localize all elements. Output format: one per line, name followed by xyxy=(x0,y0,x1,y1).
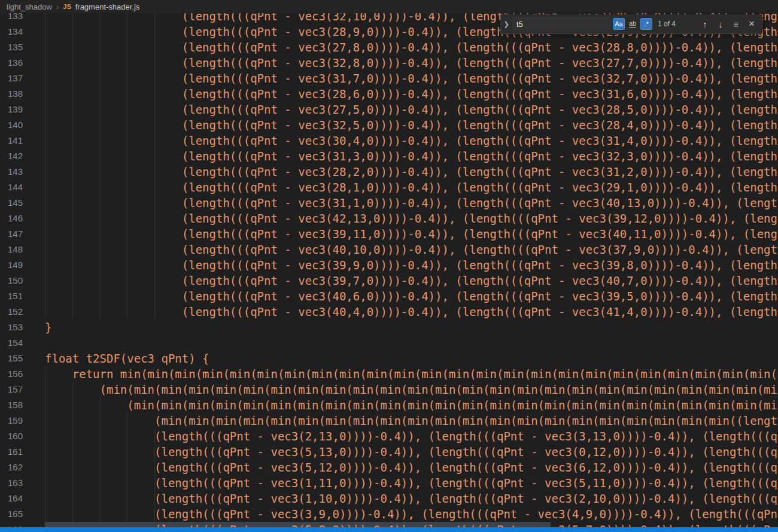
code-line[interactable]: 142 (length(((qPnt - vec3(31,3,0))))-0.4… xyxy=(0,148,778,164)
code-line[interactable]: 157 (min(min(min(min(min(min(min(min(min… xyxy=(0,382,778,397)
code-text[interactable]: (length(((qPnt - vec3(39,9,0))))-0.4)), … xyxy=(45,257,778,273)
code-line[interactable]: 147 (length(((qPnt - vec3(39,11,0))))-0.… xyxy=(0,226,778,242)
code-line[interactable]: 144 (length(((qPnt - vec3(28,1,0))))-0.4… xyxy=(0,180,778,195)
line-number: 150 xyxy=(0,273,23,288)
line-number: 136 xyxy=(0,55,23,71)
breadcrumb-folder[interactable]: light_shadow xyxy=(7,2,52,11)
line-number: 144 xyxy=(0,180,23,195)
code-line[interactable]: 161 (length(((qPnt - vec3(5,13,0))))-0.4… xyxy=(0,444,778,460)
code-text[interactable]: (length(((qPnt - vec3(27,8,0))))-0.4)), … xyxy=(45,39,778,55)
line-number: 146 xyxy=(0,211,23,226)
arrow-up-icon: ↑ xyxy=(703,19,707,29)
code-line[interactable]: 143 (length(((qPnt - vec3(28,2,0))))-0.4… xyxy=(0,164,778,180)
close-find-button[interactable]: × xyxy=(745,17,758,31)
regex-button[interactable]: .* xyxy=(640,18,652,30)
code-text[interactable]: (length(((qPnt - vec3(40,4,0))))-0.4)), … xyxy=(45,304,778,320)
code-text[interactable]: (length(((qPnt - vec3(2,13,0))))-0.4)), … xyxy=(45,428,778,444)
code-line[interactable]: 162 (length(((qPnt - vec3(5,12,0))))-0.4… xyxy=(0,460,778,475)
code-text[interactable]: (length(((qPnt - vec3(27,5,0))))-0.4)), … xyxy=(45,102,778,117)
next-match-button[interactable]: ↓ xyxy=(714,17,727,31)
arrow-down-icon: ↓ xyxy=(718,19,723,29)
code-text[interactable]: (length(((qPnt - vec3(5,13,0))))-0.4)), … xyxy=(45,444,778,460)
code-line[interactable]: 136 (length(((qPnt - vec3(32,8,0))))-0.4… xyxy=(0,55,778,71)
line-number: 134 xyxy=(0,24,23,39)
code-text[interactable]: (length(((qPnt - vec3(3,9,0))))-0.4)), (… xyxy=(45,506,778,522)
code-line[interactable]: 160 (length(((qPnt - vec3(2,13,0))))-0.4… xyxy=(0,428,778,444)
code-line[interactable]: 135 (length(((qPnt - vec3(27,8,0))))-0.4… xyxy=(0,39,778,55)
code-line[interactable]: 149 (length(((qPnt - vec3(39,9,0))))-0.4… xyxy=(0,257,778,273)
code-text[interactable]: (length(((qPnt - vec3(31,3,0))))-0.4)), … xyxy=(45,148,778,164)
match-case-button[interactable]: Aa xyxy=(613,18,625,30)
toggle-replace-chevron-icon[interactable]: ❯ xyxy=(501,20,512,28)
code-text[interactable]: (length(((qPnt - vec3(31,1,0))))-0.4)), … xyxy=(45,195,778,211)
code-line[interactable]: 139 (length(((qPnt - vec3(27,5,0))))-0.4… xyxy=(0,102,778,117)
code-text[interactable]: (min(min(min(min(min(min(min(min(min(min… xyxy=(45,382,778,397)
code-line[interactable]: 163 (length(((qPnt - vec3(1,11,0))))-0.4… xyxy=(0,475,778,491)
code-line[interactable]: 153} xyxy=(0,320,778,335)
line-number: 145 xyxy=(0,195,23,211)
code-text[interactable]: (min(min(min(min(min(min(min(min(min(min… xyxy=(45,397,778,413)
code-line[interactable]: 145 (length(((qPnt - vec3(31,1,0))))-0.4… xyxy=(0,195,778,211)
whole-word-button[interactable]: ab xyxy=(627,18,639,30)
code-text[interactable]: return min(min(min(min(min(min(min(min(m… xyxy=(45,366,778,382)
code-text[interactable]: (length(((qPnt - vec3(32,8,0))))-0.4)), … xyxy=(45,55,778,71)
line-number: 141 xyxy=(0,133,23,148)
code-line[interactable]: 165 (length(((qPnt - vec3(3,9,0))))-0.4)… xyxy=(0,506,778,522)
code-line[interactable]: 154 xyxy=(0,335,778,351)
line-number: 165 xyxy=(0,506,23,522)
code-text[interactable]: (length(((qPnt - vec3(42,13,0))))-0.4)),… xyxy=(45,211,778,226)
line-number: 163 xyxy=(0,475,23,491)
code-text[interactable]: (length(((qPnt - vec3(31,7,0))))-0.4)), … xyxy=(45,71,778,86)
find-widget: ❯ Aa ab .* 1 of 4 ↑ ↓ ≡ × xyxy=(500,14,762,34)
code-text[interactable]: (min(min(min(min(min(min(min(min(min(min… xyxy=(45,413,778,428)
code-text[interactable]: (length(((qPnt - vec3(30,4,0))))-0.4)), … xyxy=(45,133,778,148)
code-line[interactable]: 141 (length(((qPnt - vec3(30,4,0))))-0.4… xyxy=(0,133,778,148)
panel-sash[interactable] xyxy=(0,527,778,532)
line-number: 153 xyxy=(0,320,23,335)
match-case-icon: Aa xyxy=(615,20,622,28)
code-text[interactable]: (length(((qPnt - vec3(28,2,0))))-0.4)), … xyxy=(45,164,778,180)
previous-match-button[interactable]: ↑ xyxy=(698,17,712,31)
breadcrumb-file[interactable]: fragment-shader.js xyxy=(75,2,140,11)
code-line[interactable]: 140 (length(((qPnt - vec3(32,5,0))))-0.4… xyxy=(0,117,778,133)
selection-lines-icon: ≡ xyxy=(734,19,739,29)
line-number: 142 xyxy=(0,148,23,164)
code-text[interactable]: (length(((qPnt - vec3(1,11,0))))-0.4)), … xyxy=(45,475,778,491)
code-text[interactable]: (length(((qPnt - vec3(40,10,0))))-0.4)),… xyxy=(45,242,778,257)
code-text[interactable]: (length(((qPnt - vec3(32,5,0))))-0.4)), … xyxy=(45,117,778,133)
code-text[interactable]: (length(((qPnt - vec3(1,10,0))))-0.4)), … xyxy=(45,491,778,506)
code-line[interactable]: 138 (length(((qPnt - vec3(28,6,0))))-0.4… xyxy=(0,86,778,102)
find-input[interactable] xyxy=(512,17,611,32)
line-number: 154 xyxy=(0,335,23,351)
line-number: 160 xyxy=(0,428,23,444)
code-line[interactable]: 137 (length(((qPnt - vec3(31,7,0))))-0.4… xyxy=(0,71,778,86)
code-text[interactable]: (length(((qPnt - vec3(28,6,0))))-0.4)), … xyxy=(45,86,778,102)
code-line[interactable]: 152 (length(((qPnt - vec3(40,4,0))))-0.4… xyxy=(0,304,778,320)
code-line[interactable]: 150 (length(((qPnt - vec3(39,7,0))))-0.4… xyxy=(0,273,778,288)
code-text[interactable]: (length(((qPnt - vec3(40,6,0))))-0.4)), … xyxy=(45,288,778,304)
code-text[interactable]: (length(((qPnt - vec3(39,7,0))))-0.4)), … xyxy=(45,273,778,288)
code-editor[interactable]: 133 (length(((qPnt - vec3(32,10,0))))-0.… xyxy=(0,0,778,532)
code-line[interactable]: 146 (length(((qPnt - vec3(42,13,0))))-0.… xyxy=(0,211,778,226)
code-text[interactable]: float t2SDF(vec3 qPnt) { xyxy=(45,351,209,366)
line-number: 151 xyxy=(0,288,23,304)
code-line[interactable]: 158 (min(min(min(min(min(min(min(min(min… xyxy=(0,397,778,413)
close-icon: × xyxy=(749,18,755,30)
code-line[interactable]: 159 (min(min(min(min(min(min(min(min(min… xyxy=(0,413,778,428)
breadcrumb-separator-icon: › xyxy=(56,2,59,11)
code-text[interactable]: (length(((qPnt - vec3(5,12,0))))-0.4)), … xyxy=(45,460,778,475)
code-text[interactable]: } xyxy=(45,320,51,335)
line-number: 149 xyxy=(0,257,23,273)
javascript-file-icon: JS xyxy=(63,3,71,10)
code-line[interactable]: 148 (length(((qPnt - vec3(40,10,0))))-0.… xyxy=(0,242,778,257)
line-number: 158 xyxy=(0,397,23,413)
line-number: 159 xyxy=(0,413,23,428)
code-line[interactable]: 156 return min(min(min(min(min(min(min(m… xyxy=(0,366,778,382)
code-line[interactable]: 151 (length(((qPnt - vec3(40,6,0))))-0.4… xyxy=(0,288,778,304)
code-line[interactable]: 164 (length(((qPnt - vec3(1,10,0))))-0.4… xyxy=(0,491,778,506)
code-text[interactable]: (length(((qPnt - vec3(28,1,0))))-0.4)), … xyxy=(45,180,778,195)
find-in-selection-button[interactable]: ≡ xyxy=(730,17,743,31)
code-text[interactable]: (length(((qPnt - vec3(39,11,0))))-0.4)),… xyxy=(45,226,778,242)
code-line[interactable]: 155float t2SDF(vec3 qPnt) { xyxy=(0,351,778,366)
line-number: 152 xyxy=(0,304,23,320)
